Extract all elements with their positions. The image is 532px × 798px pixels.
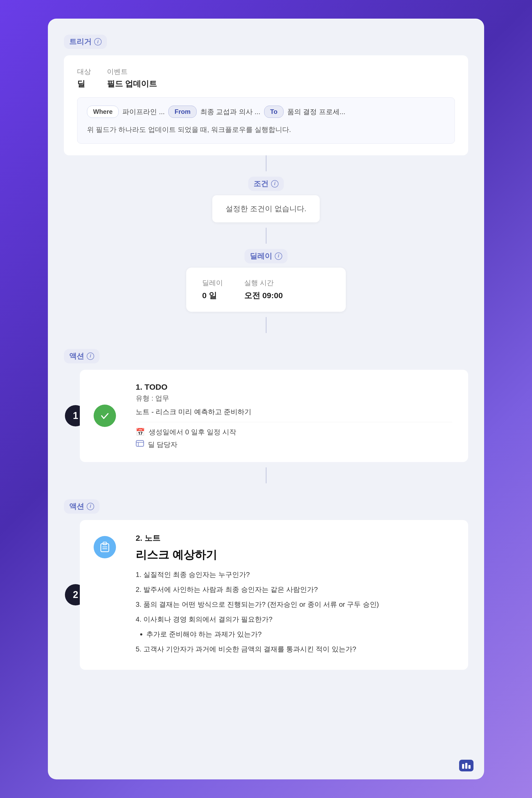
clipboard-icon xyxy=(99,541,111,553)
delay-value: 0 일 xyxy=(202,290,223,301)
delay-col-label: 딜레이 xyxy=(202,278,223,288)
to-tag: To xyxy=(264,106,284,118)
delay-info-icon[interactable]: i xyxy=(275,252,282,260)
condition-info-icon[interactable]: i xyxy=(271,180,279,188)
action2-section: 액션 i 2 2. 노트 리스크 예상하기 xyxy=(64,499,468,670)
connector-4 xyxy=(64,467,468,483)
svg-rect-1 xyxy=(136,440,144,446)
action1-label: 액션 i xyxy=(64,349,99,363)
where-tag: Where xyxy=(87,106,119,118)
connector-2 xyxy=(64,228,468,244)
schedule-text: 생성일에서 0 일후 일정 시작 xyxy=(149,428,236,437)
delay-label: 딜레이 i xyxy=(244,249,288,263)
target-value: 딜 xyxy=(77,78,91,89)
action1-section: 액션 i 1 1. TODO 유형 : 업무 노트 - 리스크 미리 예측하고 … xyxy=(64,349,468,462)
list-item: 3. 품의 결재는 어떤 방식으로 진행되는가? (전자승인 or 종이 서류 … xyxy=(136,597,452,611)
action1-title: 1. TODO xyxy=(136,382,452,392)
action2-title: 2. 노트 xyxy=(136,533,452,544)
svg-rect-9 xyxy=(465,763,467,769)
pipeline-text: 파이프라인 ... xyxy=(122,107,165,116)
action2-label-text: 액션 xyxy=(69,501,84,512)
filter-description: 위 필드가 하나라도 업데이트 되었을 때, 워크플로우를 실행합니다. xyxy=(87,124,445,135)
action2-label: 액션 i xyxy=(64,499,99,514)
delay-col: 딜레이 0 일 xyxy=(202,278,223,301)
connector-3 xyxy=(64,317,468,333)
action1-icon-circle xyxy=(94,404,116,427)
bottom-bar-icon[interactable] xyxy=(459,760,474,772)
connector-line-4 xyxy=(266,467,267,483)
note-list: 1. 실질적인 최종 승인자는 누구인가? 2. 발주서에 사인하는 사람과 최… xyxy=(136,568,452,656)
person-icon xyxy=(136,440,144,449)
check-icon xyxy=(99,410,111,422)
to-text: 품의 결정 프로세... xyxy=(287,107,345,116)
event-label: 이벤트 xyxy=(107,67,157,76)
trigger-label: 트리거 i xyxy=(64,35,107,49)
condition-section: 조건 i 설정한 조건이 없습니다. xyxy=(64,177,468,222)
list-item: 1. 실질적인 최종 승인자는 누구인가? xyxy=(136,568,452,582)
from-text: 최종 교섭과 의사 ... xyxy=(200,107,260,116)
trigger-label-text: 트리거 xyxy=(69,37,92,47)
sub-list-item: 추가로 준비해야 하는 과제가 있는가? xyxy=(146,630,262,638)
action1-label-text: 액션 xyxy=(69,351,84,361)
condition-card: 설정한 조건이 없습니다. xyxy=(212,195,320,222)
action2-content: 2. 노트 리스크 예상하기 1. 실질적인 최종 승인자는 누구인가? 2. … xyxy=(136,533,452,656)
trigger-event: 이벤트 필드 업데이트 xyxy=(107,67,157,89)
svg-rect-8 xyxy=(462,764,464,769)
connector-line-2 xyxy=(266,228,267,244)
trigger-info-icon[interactable]: i xyxy=(94,38,101,45)
action2-card-wrap: 2 2. 노트 리스크 예상하기 1. 실질적인 최종 승인자는 누구인가? xyxy=(80,520,468,670)
action1-content: 1. TODO 유형 : 업무 노트 - 리스크 미리 예측하고 준비하기 📅 … xyxy=(136,382,452,449)
action1-card-wrap: 1 1. TODO 유형 : 업무 노트 - 리스크 미리 예측하고 준비하기 … xyxy=(80,370,468,462)
trigger-section: 트리거 i 대상 딜 이벤트 필드 업데이트 Where 파이프라인 ... F… xyxy=(64,35,468,155)
connector-line-3 xyxy=(266,317,267,333)
filter-box: Where 파이프라인 ... From 최종 교섭과 의사 ... To 품의… xyxy=(77,97,455,144)
calendar-icon: 📅 xyxy=(136,428,145,437)
action2-info-icon[interactable]: i xyxy=(87,503,94,510)
condition-label: 조건 i xyxy=(248,177,284,191)
action2-card: 2. 노트 리스크 예상하기 1. 실질적인 최종 승인자는 누구인가? 2. … xyxy=(80,520,468,670)
action1-note: 노트 - 리스크 미리 예측하고 준비하기 xyxy=(136,407,452,422)
trigger-row: 대상 딜 이벤트 필드 업데이트 xyxy=(77,67,455,89)
connector-1 xyxy=(64,155,468,171)
condition-label-text: 조건 xyxy=(253,179,268,189)
list-item: 5. 고객사 기안자가 과거에 비슷한 금액의 결재를 통과시킨 적이 있는가? xyxy=(136,642,452,656)
exec-time-col: 실행 시간 오전 09:00 xyxy=(244,278,283,301)
assignee-row: 딜 담당자 xyxy=(136,440,452,449)
delay-section: 딜레이 i 딜레이 0 일 실행 시간 오전 09:00 xyxy=(64,249,468,312)
trigger-target: 대상 딜 xyxy=(77,67,91,89)
delay-label-text: 딜레이 xyxy=(250,251,272,261)
delay-card: 딜레이 0 일 실행 시간 오전 09:00 xyxy=(186,268,346,312)
action1-info-icon[interactable]: i xyxy=(87,353,94,360)
condition-empty: 설정한 조건이 없습니다. xyxy=(226,205,306,213)
main-card: 트리거 i 대상 딜 이벤트 필드 업데이트 Where 파이프라인 ... F… xyxy=(48,19,484,779)
action1-card: 1. TODO 유형 : 업무 노트 - 리스크 미리 예측하고 준비하기 📅 … xyxy=(80,370,468,462)
assignee-text: 딜 담당자 xyxy=(148,440,177,449)
list-item: 2. 발주서에 사인하는 사람과 최종 승인자는 같은 사람인가? xyxy=(136,583,452,596)
connector-line-1 xyxy=(266,155,267,171)
bar-chart-icon xyxy=(461,762,471,769)
filter-tags: Where 파이프라인 ... From 최종 교섭과 의사 ... To 품의… xyxy=(87,106,445,118)
action1-type: 유형 : 업무 xyxy=(136,394,452,403)
svg-rect-10 xyxy=(469,765,471,769)
schedule-row: 📅 생성일에서 0 일후 일정 시작 xyxy=(136,428,452,437)
list-item: 4. 이사회나 경영 회의에서 결의가 필요한가? xyxy=(136,612,452,626)
trigger-card: 대상 딜 이벤트 필드 업데이트 Where 파이프라인 ... From 최종… xyxy=(64,55,468,155)
list-item: 추가로 준비해야 하는 과제가 있는가? xyxy=(146,627,452,641)
event-value: 필드 업데이트 xyxy=(107,78,157,89)
from-tag: From xyxy=(168,106,196,118)
exec-time-value: 오전 09:00 xyxy=(244,290,283,301)
action1-meta: 📅 생성일에서 0 일후 일정 시작 딜 담당자 xyxy=(136,428,452,449)
target-label: 대상 xyxy=(77,67,91,76)
action2-heading: 리스크 예상하기 xyxy=(136,547,452,562)
exec-time-label: 실행 시간 xyxy=(244,278,283,288)
action2-icon-circle xyxy=(94,536,116,558)
